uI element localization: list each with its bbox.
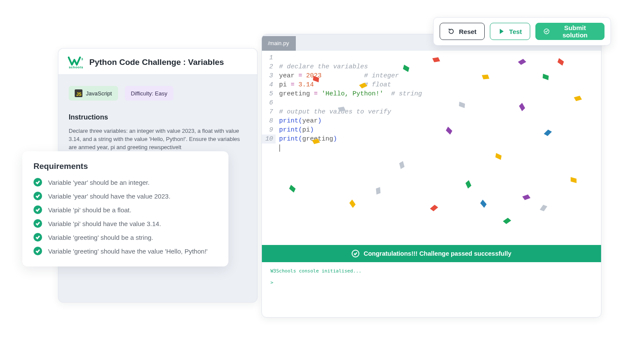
requirements-card: Requirements Variable 'year' should be a… [22,151,228,266]
check-icon [33,178,42,187]
requirement-item: Variable 'greeting' should have the valu… [33,247,217,255]
play-icon [498,28,505,35]
requirement-item: Variable 'pi' should have the value 3.14… [33,219,217,228]
check-circle-icon [352,250,359,257]
badge-row: JS JavaScript Difficulty: Easy [69,86,247,101]
challenge-title: Python Code Challenge : Variables [89,58,224,67]
action-bar: Reset Test Submit solution [433,17,611,46]
language-label: JavaScript [86,90,112,97]
success-banner: Congratulations!!! Challenge passed succ… [262,245,601,262]
text-caret [279,144,280,152]
requirement-text: Variable 'greeting' should have the valu… [48,248,207,255]
submit-button[interactable]: Submit solution [535,23,605,40]
requirement-item: Variable 'year' should have the value 20… [33,192,217,200]
requirement-text: Variable 'year' should be an integer. [48,179,149,186]
requirement-item: Variable 'year' should be an integer. [33,178,217,187]
output-console: W3Schools console initialised... > [262,262,601,317]
check-circle-icon [544,28,550,35]
instruction-header: 3 schools Python Code Challenge : Variab… [58,49,257,75]
code-editor[interactable]: 12345678910 # declare the variables year… [262,51,601,153]
requirement-text: Variable 'pi' should have the value 3.14… [48,220,161,227]
check-icon [33,219,42,228]
svg-text:3: 3 [81,57,83,61]
instructions-heading: Instructions [69,113,247,121]
editor-panel: /main.py 12345678910 # declare the varia… [261,34,601,318]
requirement-item: Variable 'pi' should be a float. [33,205,217,214]
test-button[interactable]: Test [490,23,530,40]
check-icon [33,247,42,255]
console-line: W3Schools console initialised... [270,268,592,274]
difficulty-badge: Difficulty: Easy [125,86,173,101]
w3schools-logo: 3 schools [68,56,84,68]
check-icon [33,192,42,200]
requirement-text: Variable 'pi' should be a float. [48,206,131,214]
reset-button[interactable]: Reset [440,23,485,40]
requirement-text: Variable 'greeting' should be a string. [48,234,153,241]
requirements-heading: Requirements [33,162,217,171]
check-icon [33,205,42,214]
check-icon [33,233,42,242]
editor-tab[interactable]: /main.py [262,36,296,51]
requirements-list: Variable 'year' should be an integer.Var… [33,178,217,255]
instructions-body: Declare three variables: an integer with… [69,127,247,152]
language-badge: JS JavaScript [69,86,118,101]
requirement-text: Variable 'year' should have the value 20… [48,193,170,200]
code-content[interactable]: # declare the variables year = 2023 # in… [276,51,601,153]
requirement-item: Variable 'greeting' should be a string. [33,233,217,242]
reset-icon [448,28,455,35]
line-gutter: 12345678910 [262,51,276,153]
javascript-icon: JS [75,89,82,97]
console-prompt: > [270,280,592,285]
